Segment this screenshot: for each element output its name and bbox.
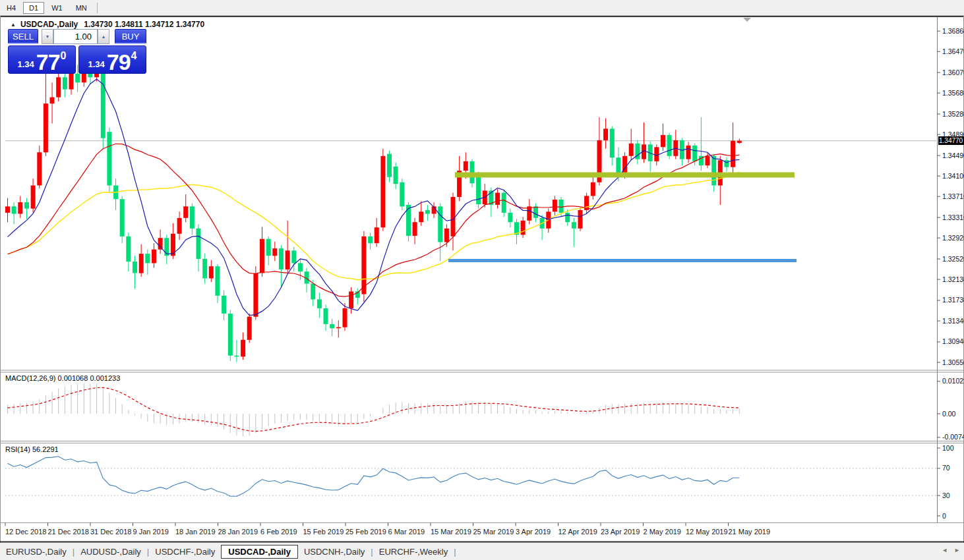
svg-text:70: 70: [942, 464, 950, 472]
date-axis-label: 18 Jan 2019: [175, 528, 216, 536]
chart-tab-eurchf[interactable]: EURCHF-,Weekly: [373, 545, 454, 559]
svg-text:1.30940: 1.30940: [942, 337, 964, 345]
timeframe-button-h4[interactable]: H4: [1, 2, 22, 14]
buy-price-box[interactable]: 1.34 79 4: [78, 45, 146, 74]
date-axis-label: 6 Mar 2019: [388, 528, 425, 536]
chart-title: ▲ USDCAD-,Daily 1.34730 1.34811 1.34712 …: [11, 20, 204, 29]
date-axis-label: 25 Feb 2019: [346, 528, 386, 536]
date-axis-label: 21 Dec 2018: [48, 528, 89, 536]
sell-price-pip: 0: [61, 50, 67, 62]
sell-price-big: 77: [36, 53, 60, 72]
date-axis-label: 31 Dec 2018: [90, 528, 131, 536]
sell-price-box[interactable]: 1.34 77 0: [8, 45, 76, 74]
timeframe-toolbar: H4D1W1MN: [0, 0, 964, 16]
svg-text:1.34490: 1.34490: [942, 152, 964, 159]
tab-separator: |: [454, 547, 456, 557]
chart-tab-bar: EURUSD-,Daily|AUDUSD-,Daily|USDCHF-,Dail…: [0, 543, 964, 560]
buy-price-prefix: 1.34: [88, 59, 104, 69]
chart-plot-area[interactable]: 1.368601.364701.360701.356801.352801.348…: [0, 0, 964, 560]
date-axis-label: 12 Dec 2018: [5, 528, 46, 536]
svg-text:0: 0: [942, 512, 946, 520]
date-axis-label: 15 Mar 2019: [431, 528, 471, 536]
svg-text:1.36860: 1.36860: [942, 27, 964, 35]
volume-input[interactable]: 1.00: [53, 29, 98, 44]
current-price-badge: 1.34770: [938, 136, 964, 145]
date-axis-label: 2 May 2019: [644, 528, 681, 536]
chart-tab-usdcnh[interactable]: USDCNH-,Daily: [298, 545, 371, 559]
toolbar-separator: [97, 3, 98, 13]
tab-scroll-right-icon[interactable]: ►: [954, 547, 960, 553]
chevron-down-icon: ▼: [45, 34, 50, 39]
timeframe-button-d1[interactable]: D1: [23, 2, 44, 14]
svg-text:1.30550: 1.30550: [942, 358, 964, 366]
svg-text:1.36470: 1.36470: [942, 47, 964, 55]
timeframe-button-w1[interactable]: W1: [45, 2, 69, 14]
date-axis-label: 21 May 2019: [729, 528, 771, 536]
volume-increase-button[interactable]: ▲: [98, 29, 109, 44]
date-axis-label: 15 Feb 2019: [303, 528, 344, 536]
mt4-window: 1.368601.364701.360701.356801.352801.348…: [0, 0, 964, 560]
svg-text:1.36070: 1.36070: [942, 69, 964, 76]
svg-text:1.31340: 1.31340: [942, 317, 964, 325]
buy-price-big: 79: [107, 53, 131, 72]
date-axis-label: 25 Mar 2019: [473, 528, 514, 536]
chart-tab-audusd[interactable]: AUDUSD-,Daily: [75, 545, 147, 559]
date-axis-label: 3 Apr 2019: [516, 528, 551, 536]
svg-text:1.34100: 1.34100: [942, 172, 964, 180]
tab-scroll-left-icon[interactable]: ◄: [942, 547, 948, 553]
chart-ohlc-values: 1.34730 1.34811 1.34712 1.34770: [84, 20, 204, 29]
macd-indicator-label: MACD(12,26,9) 0.001068 0.001233: [5, 374, 120, 382]
sell-price-prefix: 1.34: [17, 59, 34, 69]
svg-text:1.32920: 1.32920: [942, 234, 964, 242]
collapse-panel-icon[interactable]: ▲: [11, 22, 16, 28]
chart-tab-eurusd[interactable]: EURUSD-,Daily: [0, 545, 73, 559]
svg-text:0.010229: 0.010229: [942, 377, 964, 385]
svg-text:100: 100: [942, 444, 954, 452]
chart-symbol-label: USDCAD-,Daily: [20, 20, 78, 29]
buy-price-pip: 4: [131, 50, 137, 62]
date-axis-label: 6 Feb 2019: [260, 528, 297, 536]
date-axis-label: 12 Apr 2019: [558, 528, 597, 536]
buy-button[interactable]: BUY: [115, 29, 146, 44]
svg-text:0.00: 0.00: [942, 410, 956, 418]
date-axis-label: 9 Jan 2019: [133, 528, 169, 536]
svg-text:1.33310: 1.33310: [942, 213, 964, 221]
date-axis-label: 28 Jan 2019: [218, 528, 258, 536]
sell-button[interactable]: SELL: [8, 29, 38, 44]
chart-tab-usdchf[interactable]: USDCHF-,Daily: [149, 545, 221, 559]
chevron-up-icon: ▲: [102, 34, 106, 39]
date-axis-label: 12 May 2019: [686, 528, 728, 536]
rsi-indicator-label: RSI(14) 56.2291: [5, 445, 59, 453]
timeframe-button-mn[interactable]: MN: [70, 2, 93, 14]
svg-text:-0.007477: -0.007477: [942, 433, 964, 441]
svg-text:1.35280: 1.35280: [942, 110, 964, 118]
svg-text:1.32520: 1.32520: [942, 255, 964, 263]
svg-text:1.32130: 1.32130: [942, 275, 964, 283]
svg-text:1.35680: 1.35680: [942, 89, 964, 97]
volume-decrease-button[interactable]: ▼: [42, 29, 53, 44]
date-axis-label: 23 Apr 2019: [601, 528, 640, 536]
svg-text:30: 30: [942, 491, 950, 499]
one-click-trading-panel: SELL ▼ 1.00 ▲ BUY 1.34 77 0 1.34 79 4: [8, 29, 146, 74]
svg-text:1.33710: 1.33710: [942, 192, 964, 200]
svg-text:1.31730: 1.31730: [942, 296, 964, 304]
chart-tab-usdcad[interactable]: USDCAD-,Daily: [221, 545, 298, 559]
